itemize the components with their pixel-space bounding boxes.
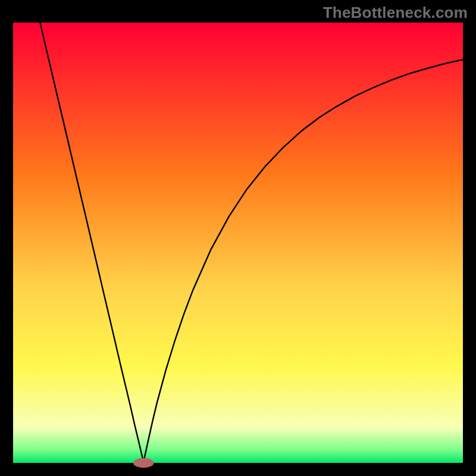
chart-container: { "watermark": "TheBottleneck.com", "col… xyxy=(0,0,476,476)
chart-svg xyxy=(0,0,476,476)
plot-area xyxy=(13,23,463,463)
min-marker xyxy=(133,458,154,468)
watermark-text: TheBottleneck.com xyxy=(323,4,468,22)
